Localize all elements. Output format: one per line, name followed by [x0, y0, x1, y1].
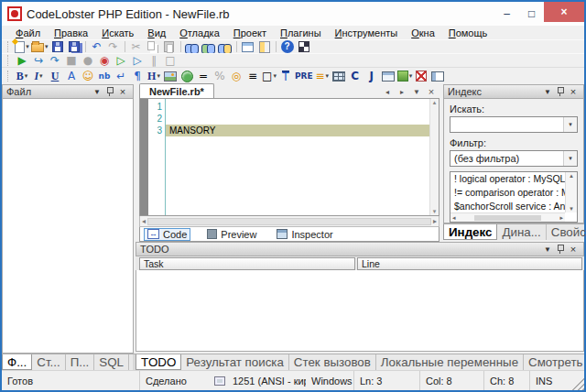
- paste-button[interactable]: [161, 40, 178, 54]
- menu-plugins[interactable]: Плагины: [274, 27, 328, 38]
- scroll-down-icon[interactable]: ▾: [433, 208, 437, 215]
- files-panel-header[interactable]: Файл ▼ ×: [2, 84, 134, 99]
- column-header-task[interactable]: Task: [139, 257, 355, 270]
- status-encoding[interactable]: 1251 (ANSI - кири: [231, 371, 306, 390]
- search-combobox[interactable]: ▾: [450, 116, 578, 133]
- table-button[interactable]: [331, 68, 347, 84]
- current-code-line[interactable]: MANSORY: [166, 125, 429, 136]
- code-view-button[interactable]: ↔Code: [144, 228, 190, 241]
- hyperlink-button[interactable]: [179, 68, 195, 84]
- tab-drupal[interactable]: Dr...: [129, 354, 136, 370]
- scroll-up-icon[interactable]: ▴: [570, 172, 573, 180]
- index-panel-header[interactable]: Индекс ▼ ×: [443, 84, 584, 99]
- scroll-right-icon[interactable]: ▸: [433, 217, 437, 225]
- list-vertical-scrollbar[interactable]: ▴ ▾: [565, 172, 577, 212]
- panel-pin-button[interactable]: [554, 243, 567, 256]
- tab-structure[interactable]: Ст...: [32, 354, 65, 370]
- scroll-up-icon[interactable]: ▴: [433, 99, 437, 106]
- font-button[interactable]: A: [63, 68, 80, 84]
- scroll-left-icon[interactable]: ◂: [142, 217, 146, 225]
- heading-button[interactable]: H▾: [146, 68, 162, 84]
- combo-dropdown-button[interactable]: ▾: [563, 117, 577, 132]
- list-horizontal-scrollbar[interactable]: ◂ ▸: [450, 212, 565, 222]
- menu-view[interactable]: Вид: [141, 27, 172, 38]
- code-line[interactable]: [166, 113, 429, 125]
- paragraph-button[interactable]: ¶: [129, 68, 146, 84]
- replace-button[interactable]: [201, 40, 217, 54]
- preformatted-button[interactable]: PRE: [294, 68, 314, 84]
- resize-grip[interactable]: [571, 377, 584, 390]
- code-editor[interactable]: 1 2 3 MANSORY ▴ ▾: [139, 99, 440, 216]
- panel-menu-button[interactable]: ▼: [541, 85, 554, 98]
- stop-debug-button[interactable]: □: [162, 54, 179, 68]
- tab-search-results[interactable]: Результат поиска: [181, 354, 289, 370]
- layout-button[interactable]: [429, 68, 446, 84]
- toolbar-grip[interactable]: [7, 55, 11, 66]
- save-button[interactable]: [49, 40, 66, 54]
- stop-button[interactable]: ■: [63, 54, 80, 68]
- tab-dynamic-help[interactable]: Дина...: [497, 224, 546, 240]
- preview-view-button[interactable]: Preview: [203, 228, 260, 241]
- delete-element-button[interactable]: [413, 68, 429, 84]
- todo-list-body[interactable]: [136, 270, 584, 352]
- status-line-endings[interactable]: Windows: [306, 371, 353, 390]
- open-file-button[interactable]: ▾: [30, 40, 49, 54]
- smiley-button[interactable]: ☺: [80, 68, 96, 84]
- align-button[interactable]: ≡: [244, 68, 261, 84]
- nbsp-button[interactable]: nb: [96, 68, 113, 84]
- continue-button[interactable]: ▷: [129, 54, 146, 68]
- scroll-right-icon[interactable]: ▸: [559, 214, 563, 222]
- save-all-button[interactable]: [66, 40, 82, 54]
- index-list-item[interactable]: ! logical operator : MySQL: [450, 172, 565, 186]
- toolbar-grip[interactable]: [7, 71, 11, 82]
- italic-button[interactable]: I▾: [30, 68, 47, 84]
- cut-button[interactable]: ✂: [128, 40, 145, 54]
- close-button[interactable]: ×: [544, 2, 584, 22]
- div-block-button[interactable]: □▾: [261, 68, 277, 84]
- code-line[interactable]: [166, 101, 429, 113]
- form-button[interactable]: [380, 68, 396, 84]
- scrollbar-thumb[interactable]: [474, 215, 541, 221]
- help-button[interactable]: ?: [279, 40, 296, 54]
- column-header-line[interactable]: Line: [357, 257, 582, 270]
- window-list-button[interactable]: ▼: [410, 85, 423, 98]
- text-top-button[interactable]: T: [277, 68, 294, 84]
- panel-close-button[interactable]: ×: [116, 85, 129, 98]
- undo-button[interactable]: ↶: [89, 40, 105, 54]
- minimize-button[interactable]: –: [494, 5, 519, 23]
- panel-menu-button[interactable]: ▼: [541, 243, 554, 256]
- snippets-button[interactable]: [256, 40, 273, 54]
- editor-horizontal-scrollbar[interactable]: ◂ ▸: [139, 216, 440, 227]
- tab-properties[interactable]: Свойс...: [547, 224, 586, 240]
- view-grid-button[interactable]: [296, 40, 312, 54]
- menu-windows[interactable]: Окна: [405, 27, 441, 38]
- scroll-left-icon[interactable]: ◂: [452, 214, 456, 222]
- index-list-item[interactable]: != comparison operator : MyS: [450, 186, 565, 200]
- special-char-button[interactable]: %: [212, 68, 228, 84]
- inspector-view-button[interactable]: Inspector: [273, 228, 336, 241]
- image-button[interactable]: [162, 68, 179, 84]
- tab-call-stack[interactable]: Стек вызовов: [289, 354, 376, 370]
- menu-file[interactable]: Файл: [9, 27, 47, 38]
- index-list-item[interactable]: $anchorScroll service : Angula: [450, 200, 565, 213]
- menu-edit[interactable]: Правка: [48, 27, 94, 38]
- new-window-button[interactable]: [240, 40, 256, 54]
- code-text-area[interactable]: MANSORY: [166, 99, 429, 215]
- scroll-tabs-right-button[interactable]: ▸: [396, 85, 408, 98]
- step-into-button[interactable]: ↪: [30, 54, 47, 68]
- remove-breakpoints-button[interactable]: ◉: [96, 54, 113, 68]
- breakpoint-gutter[interactable]: [140, 99, 148, 215]
- todo-panel-header[interactable]: TODO ▼ ×: [136, 242, 584, 256]
- close-document-button[interactable]: ×: [425, 85, 438, 98]
- tab-index[interactable]: Индекс: [443, 224, 497, 240]
- find-button[interactable]: [184, 40, 201, 54]
- filter-value[interactable]: (без фильтра): [450, 153, 563, 164]
- step-over-button[interactable]: ↷: [47, 54, 63, 68]
- js-button[interactable]: J: [364, 68, 380, 84]
- list-button[interactable]: ≡▾: [314, 68, 331, 84]
- bold-button[interactable]: B▾: [14, 68, 30, 84]
- tab-local-variables[interactable]: Локальные переменные: [376, 354, 524, 370]
- panel-pin-button[interactable]: [103, 85, 116, 98]
- editor-vertical-scrollbar[interactable]: ▴ ▾: [429, 99, 439, 215]
- maximize-button[interactable]: □: [519, 5, 544, 23]
